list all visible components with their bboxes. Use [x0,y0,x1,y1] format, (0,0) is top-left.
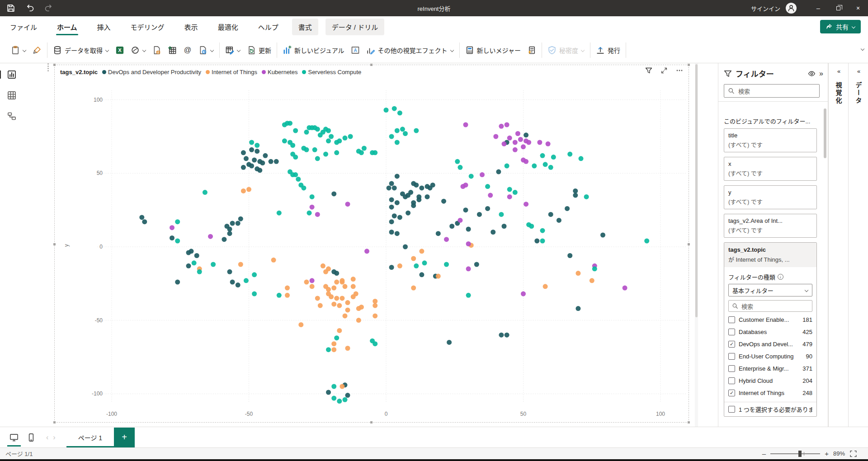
enter-data-button[interactable] [168,46,177,55]
data-point[interactable] [469,174,474,179]
data-point[interactable] [373,299,377,304]
data-point[interactable] [444,237,449,242]
close-button[interactable]: × [848,0,868,16]
text-box-button[interactable]: A [351,46,360,55]
filter-value-row[interactable]: Hybrid Cloud204 [728,375,812,387]
data-point[interactable] [334,271,339,276]
fit-to-page-icon[interactable] [849,450,857,457]
mobile-view-icon[interactable] [24,430,39,445]
data-point[interactable] [592,266,597,271]
data-point[interactable] [359,150,364,155]
data-point[interactable] [271,258,276,263]
data-point[interactable] [194,253,199,258]
new-measure-button[interactable]: 新しいメジャー [465,46,521,55]
data-point[interactable] [567,253,572,258]
format-painter-button[interactable] [33,46,42,55]
desktop-view-icon[interactable] [6,430,22,445]
data-point[interactable] [521,292,526,296]
data-point[interactable] [323,152,328,157]
data-point[interactable] [362,146,367,151]
data-point[interactable] [142,219,147,224]
zoom-out-icon[interactable]: – [762,450,766,457]
data-point[interactable] [252,292,257,296]
data-point[interactable] [208,234,213,239]
data-point[interactable] [192,260,197,265]
data-point[interactable] [230,221,235,226]
collapse-pane-icon[interactable]: » [819,70,823,78]
data-point[interactable] [307,211,312,216]
resize-handle[interactable] [688,421,690,423]
tab-optimize[interactable]: 最適化 [212,18,245,36]
data-point[interactable] [567,152,572,157]
drag-handle[interactable] [47,63,49,71]
data-point[interactable] [458,165,462,170]
data-point[interactable] [493,134,498,139]
filter-card-topic[interactable]: tags_v2.topic が Internet of Things, ... … [724,242,817,417]
data-point[interactable] [241,150,246,155]
data-point[interactable] [238,262,243,267]
data-point[interactable] [241,165,246,170]
save-icon[interactable] [6,4,15,13]
sign-in-button[interactable]: サインイン [751,4,780,13]
resize-handle[interactable] [688,64,690,66]
data-point[interactable] [449,224,454,229]
data-point[interactable] [227,269,232,274]
data-point[interactable] [485,206,490,211]
data-point[interactable] [590,278,594,283]
data-point[interactable] [425,194,430,199]
data-point[interactable] [331,384,336,389]
data-point[interactable] [241,188,246,193]
data-point[interactable] [244,278,249,283]
data-point[interactable] [337,399,342,404]
filter-card[interactable]: tags_v2.Area of Int...(すべて) です [724,214,817,238]
tab-insert[interactable]: 挿入 [91,18,117,36]
data-point[interactable] [507,187,512,192]
filter-card[interactable]: x(すべて) です [724,157,817,181]
data-point[interactable] [548,212,553,217]
data-point[interactable] [496,169,501,174]
data-point[interactable] [466,227,471,232]
data-point[interactable] [343,284,348,289]
visualizations-pane-collapsed[interactable]: « 視覚化 [828,63,848,427]
resize-handle[interactable] [688,243,690,245]
data-point[interactable] [466,241,471,246]
data-point[interactable] [345,202,350,207]
data-point[interactable] [392,213,397,218]
tab-data-drill[interactable]: データ / ドリル [326,19,385,35]
data-point[interactable] [310,194,315,199]
require-single-selection-row[interactable]: 1 つを選択する必要がありま [728,405,812,414]
sql-server-button[interactable] [152,46,161,55]
data-point[interactable] [310,278,315,283]
data-point[interactable] [389,181,394,186]
data-point[interactable] [340,384,344,389]
avatar[interactable] [786,3,797,14]
data-point[interactable] [345,307,350,312]
data-point[interactable] [197,269,202,274]
data-point[interactable] [315,156,320,161]
data-point[interactable] [466,266,471,271]
filter-value-row[interactable]: Customer Enable...181 [728,314,812,326]
data-point[interactable] [491,230,495,235]
data-point[interactable] [441,199,446,204]
data-point[interactable] [526,140,531,145]
data-point[interactable] [326,128,331,133]
data-point[interactable] [524,159,528,164]
data-point[interactable] [505,122,509,127]
data-point[interactable] [513,140,518,145]
data-point[interactable] [400,127,405,132]
data-point[interactable] [337,303,342,308]
data-point[interactable] [285,293,290,298]
data-point[interactable] [419,185,424,190]
data-point[interactable] [315,296,320,301]
undo-icon[interactable] [25,4,34,13]
data-point[interactable] [573,188,578,193]
scatter-visual-container[interactable]: tags_v2.topic DevOps and Developer Produ… [54,65,689,423]
data-point[interactable] [170,235,175,240]
data-point[interactable] [436,274,441,279]
quick-measure-button[interactable] [527,46,536,55]
data-point[interactable] [505,164,509,169]
data-point[interactable] [395,140,400,145]
data-point[interactable] [331,347,336,352]
resize-handle[interactable] [53,243,56,245]
data-point[interactable] [356,318,361,323]
